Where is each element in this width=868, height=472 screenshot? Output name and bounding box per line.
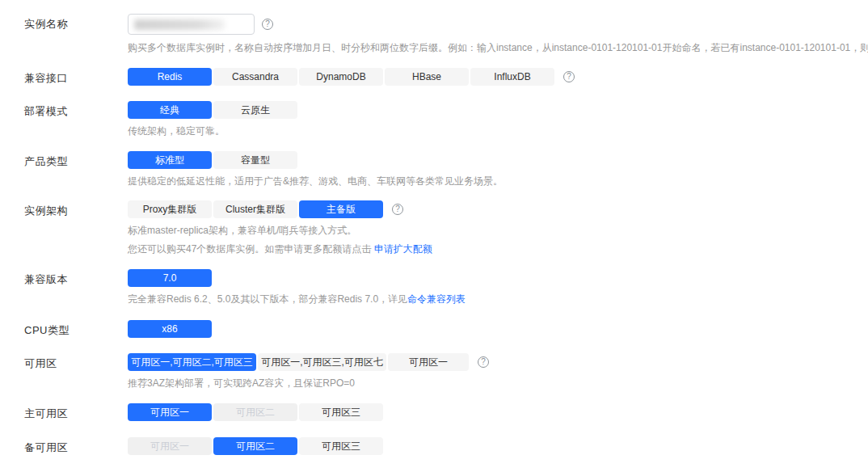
standby-az-option-3[interactable]: 可用区三 <box>299 437 383 455</box>
form-row-compatible-version: 兼容版本 7.0 完全兼容Redis 6.2、5.0及其以下版本，部分兼容Red… <box>24 269 868 306</box>
option-x86[interactable]: x86 <box>128 320 212 338</box>
option-hbase[interactable]: HBase <box>385 68 469 86</box>
help-icon[interactable]: ? <box>392 204 403 215</box>
help-icon[interactable]: ? <box>262 19 273 30</box>
option-cloud-native[interactable]: 云原生 <box>213 101 297 119</box>
help-icon[interactable]: ? <box>563 71 575 82</box>
field-description: 购买多个数据库实例时，名称自动按序增加月日、时分秒和两位数字后缀。例如：输入in… <box>128 42 868 54</box>
field-label-primary-az: 主可用区 <box>24 403 128 421</box>
option-dynamodb[interactable]: DynamoDB <box>299 68 383 86</box>
primary-az-option-2: 可用区二 <box>213 403 297 421</box>
form-row-availability-zone: 可用区 可用区一,可用区二,可用区三 可用区一,可用区三,可用区七 可用区一 ?… <box>24 353 868 390</box>
field-description: 提供稳定的低延迟性能，适用于广告&推荐、游戏、电商、车联网等各类常见业务场景。 <box>128 175 868 188</box>
form-row-deploy-mode: 部署模式 经典 云原生 传统架构，稳定可靠。 <box>24 101 868 137</box>
field-label-cpu-type: CPU类型 <box>24 320 128 338</box>
field-label-compatible-version: 兼容版本 <box>24 269 128 287</box>
option-cluster[interactable]: Cluster集群版 <box>213 200 297 218</box>
field-description: 标准master-replica架构，兼容单机/哨兵等接入方式。 <box>128 225 868 237</box>
help-icon[interactable]: ? <box>478 356 489 368</box>
form-row-primary-az: 主可用区 可用区一 可用区二 可用区三 <box>24 403 868 421</box>
form-row-product-type: 产品类型 标准型 容量型 提供稳定的低延迟性能，适用于广告&推荐、游戏、电商、车… <box>24 151 868 188</box>
quota-description-text: 您还可以购买47个数据库实例。如需申请更多配额请点击 <box>128 243 374 255</box>
form-row-cpu-type: CPU类型 x86 <box>24 320 868 338</box>
primary-az-option-1[interactable]: 可用区一 <box>128 403 212 421</box>
command-compatibility-link[interactable]: 命令兼容列表 <box>407 293 466 305</box>
field-label-standby-az: 备可用区 <box>24 437 128 455</box>
option-capacity[interactable]: 容量型 <box>213 151 297 169</box>
primary-az-option-3[interactable]: 可用区三 <box>299 403 383 421</box>
field-description: 推荐3AZ架构部署，可实现跨AZ容灾，且保证RPO=0 <box>128 377 868 390</box>
field-label-instance-name: 实例名称 <box>24 14 128 32</box>
quota-description: 您还可以购买47个数据库实例。如需申请更多配额请点击 申请扩大配额 <box>128 243 868 255</box>
expand-quota-link[interactable]: 申请扩大配额 <box>374 243 432 255</box>
form-row-instance-architecture: 实例架构 Proxy集群版 Cluster集群版 主备版 ? 标准master-… <box>24 200 868 255</box>
field-label-compatible-api: 兼容接口 <box>24 68 128 86</box>
option-primary-standby[interactable]: 主备版 <box>299 200 383 218</box>
field-label-product-type: 产品类型 <box>24 151 128 169</box>
standby-az-option-1: 可用区一 <box>128 437 212 455</box>
field-label-availability-zone: 可用区 <box>24 353 128 371</box>
option-cassandra[interactable]: Cassandra <box>213 68 297 86</box>
option-proxy-cluster[interactable]: Proxy集群版 <box>128 200 212 218</box>
option-az-1-2-3[interactable]: 可用区一,可用区二,可用区三 <box>128 353 256 371</box>
redacted-input-value <box>134 19 225 30</box>
option-az-1[interactable]: 可用区一 <box>388 353 469 371</box>
field-label-deploy-mode: 部署模式 <box>24 101 128 119</box>
option-az-1-3-7[interactable]: 可用区一,可用区三,可用区七 <box>258 353 386 371</box>
form-row-instance-name: 实例名称 ? 购买多个数据库实例时，名称自动按序增加月日、时分秒和两位数字后缀。… <box>24 14 868 54</box>
version-description: 完全兼容Redis 6.2、5.0及其以下版本，部分兼容Redis 7.0，详见… <box>128 293 868 306</box>
option-standard[interactable]: 标准型 <box>128 151 212 169</box>
field-description: 传统架构，稳定可靠。 <box>128 125 868 137</box>
field-label-instance-architecture: 实例架构 <box>24 200 128 218</box>
option-influxdb[interactable]: InfluxDB <box>470 68 554 86</box>
instance-name-input[interactable] <box>128 14 255 35</box>
option-classic[interactable]: 经典 <box>128 101 212 119</box>
option-redis[interactable]: Redis <box>128 68 212 86</box>
form-row-compatible-api: 兼容接口 Redis Cassandra DynamoDB HBase Infl… <box>24 68 868 86</box>
option-version-7-0[interactable]: 7.0 <box>128 269 212 287</box>
standby-az-option-2[interactable]: 可用区二 <box>213 437 297 455</box>
form-row-standby-az: 备可用区 可用区一 可用区二 可用区三 <box>24 437 868 455</box>
version-description-text: 完全兼容Redis 6.2、5.0及其以下版本，部分兼容Redis 7.0，详见 <box>128 293 407 305</box>
instance-config-form: 实例名称 ? 购买多个数据库实例时，名称自动按序增加月日、时分秒和两位数字后缀。… <box>0 0 868 455</box>
